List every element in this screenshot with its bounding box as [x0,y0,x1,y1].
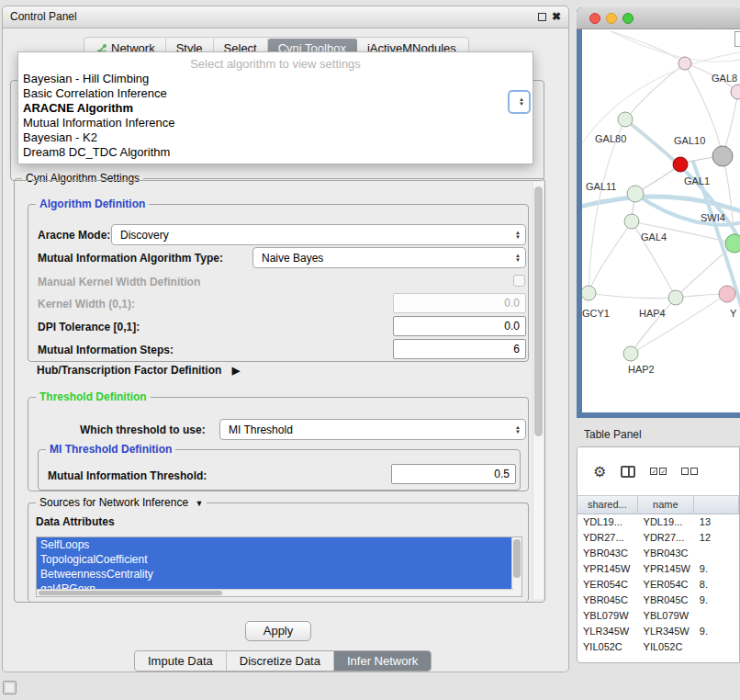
apply-button[interactable]: Apply [245,621,311,641]
chevron-down-icon: ▼ [195,499,203,508]
table-cell: YLR345W [577,624,638,639]
threshold-definition-title: Threshold Definition [36,390,151,403]
column-header-name[interactable]: name [638,496,694,514]
table-cell: 13 [694,514,739,530]
attribute-list-vscroll-thumb[interactable] [513,539,521,578]
table-row[interactable]: YBR043CYBR043C [577,546,739,561]
table-cell [694,546,739,561]
node-gal80[interactable] [618,112,633,127]
unchecked-pair-icon[interactable] [681,468,698,475]
columns-icon[interactable] [621,466,635,478]
mi-type-combobox[interactable]: Naive Bayes ▲▼ [252,247,526,268]
table-panel: ⚙ ✓✓ shared...name YDL19...YDL19...13YDR… [577,446,740,663]
table-cell: YER054C [577,577,638,593]
dpi-tolerance-label: DPI Tolerance [0,1]: [38,321,140,333]
attribute-list-hscroll-thumb[interactable] [39,591,222,595]
table-row[interactable]: YDR27...YDR27...12 [577,530,739,546]
node-label-gal11: GAL11 [586,181,616,192]
taskbar-fragment-icon [3,681,17,694]
network-edge[interactable] [589,293,676,299]
attribute-list-vscrollbar[interactable] [511,537,521,596]
algorithm-option-dream8-dc-tdc-algorithm[interactable]: Dream8 DC_TDC Algorithm [18,145,533,160]
settings-scrollbar-thumb[interactable] [534,186,543,436]
node-swi4-green[interactable] [725,234,740,253]
node-gal1-red[interactable] [673,157,688,172]
node-gal10[interactable] [712,146,733,166]
node-pink-right[interactable] [719,286,735,302]
network-canvas[interactable]: GAL8GAL80GAL10GAL11GAL1SWI4GAL4GCY1HAP4Y… [582,29,740,412]
manual-kernel-checkbox[interactable] [513,275,525,287]
aracne-mode-combobox[interactable]: Discovery ▲▼ [111,224,526,245]
table-row[interactable]: YER054CYER054C8. [577,577,739,593]
node-gal11[interactable] [627,186,644,202]
float-window-icon[interactable] [538,13,546,21]
network-edge[interactable] [625,63,685,119]
table-row[interactable]: YBL079WYBL079W [577,608,739,624]
birdseye-toggle-icon[interactable] [734,31,740,47]
mi-steps-field[interactable]: 6 [393,339,526,359]
mi-type-value: Naive Bayes [262,252,323,265]
algorithm-combo-fragment[interactable]: ▲▼ [508,90,531,114]
bottom-tab-discretize-data[interactable]: Discretize Data [227,651,334,671]
table-cell: YIL052C [638,639,694,655]
checked-pair-icon[interactable]: ✓✓ [650,468,667,475]
network-window-titlebar[interactable] [577,7,740,29]
bottom-tab-infer-network[interactable]: Infer Network [334,651,431,671]
table-cell: 9. [694,561,739,577]
attribute-item-topologicalcoefficient[interactable]: TopologicalCoefficient [37,552,521,567]
gear-icon[interactable]: ⚙ [593,463,606,480]
close-traffic-light-icon[interactable] [589,13,600,24]
node-hap2[interactable] [623,346,638,361]
network-edge[interactable] [631,298,676,354]
control-panel-title: Control Panel [10,10,77,23]
table-cell [694,639,739,655]
network-edge[interactable] [625,119,680,164]
column-header-col2[interactable] [694,496,739,514]
column-header-shared[interactable]: shared... [577,496,638,514]
network-graph: GAL8GAL80GAL10GAL11GAL1SWI4GAL4GCY1HAP4Y… [582,29,740,412]
table-row[interactable]: YPR145WYPR145W9. [577,561,739,577]
algorithm-definition-group: Algorithm Definition Aracne Mode: Discov… [28,204,529,362]
network-edge[interactable] [589,119,625,293]
algorithm-option-bayesian-hill-climbing[interactable]: Bayesian - Hill Climbing [18,72,533,86]
table-row[interactable]: YIL052CYIL052C [577,639,739,655]
node-gcy1[interactable] [582,286,596,300]
sources-group-title[interactable]: Sources for Network Inference ▼ [36,496,207,509]
algorithm-option-bayesian-k2[interactable]: Bayesian - K2 [18,130,533,145]
settings-scrollbar[interactable] [533,182,544,599]
combo-arrows-icon: ▲▼ [515,231,521,240]
table-cell: 12 [694,530,739,546]
algorithm-option-basic-correlation-inference[interactable]: Basic Correlation Inference [18,86,533,101]
table-cell: YBR043C [638,546,694,561]
dpi-tolerance-field[interactable]: 0.0 [393,316,526,336]
node-gal4[interactable] [624,214,639,229]
close-icon[interactable]: ✖ [552,10,561,23]
mi-threshold-group-title: MI Threshold Definition [46,443,175,456]
table-cell: YPR145W [577,561,638,577]
bottom-tab-impute-data[interactable]: Impute Data [135,651,227,671]
table-row[interactable]: YDL19...YDL19...13 [577,514,739,530]
attribute-item-betweennesscentrality[interactable]: BetweennessCentrality [37,567,521,581]
node-label-gal1: GAL1 [684,175,710,186]
algorithm-option-aracne-algorithm[interactable]: ARACNE Algorithm [18,101,533,116]
attribute-item-selfloops[interactable]: SelfLoops [37,537,521,552]
node-label-swi4: SWI4 [701,212,725,223]
node-pink-top[interactable] [678,57,691,70]
network-edge[interactable] [582,51,740,143]
zoom-traffic-light-icon[interactable] [622,13,633,24]
kernel-width-field[interactable]: 0.0 [393,293,526,313]
table-row[interactable]: YLR345WYLR345W9. [577,624,739,639]
attribute-list-hscrollbar[interactable] [37,589,513,596]
network-edge[interactable] [589,221,632,293]
table-cell: YPR145W [638,561,694,577]
hub-definition-toggle[interactable]: Hub/Transcription Factor Definition ▶ [37,364,240,377]
table-row[interactable]: YBR045CYBR045C9. [577,593,739,608]
node-hap4[interactable] [668,290,683,305]
table-cell: YBL079W [577,608,638,624]
table-panel-title: Table Panel [584,428,642,441]
which-threshold-combobox[interactable]: MI Threshold ▲▼ [219,419,526,440]
control-panel-titlebar[interactable]: Control Panel ✖ [3,6,568,28]
algorithm-option-mutual-information-inference[interactable]: Mutual Information Inference [18,116,533,130]
mi-threshold-field[interactable]: 0.5 [391,464,516,484]
minimize-traffic-light-icon[interactable] [606,13,617,24]
